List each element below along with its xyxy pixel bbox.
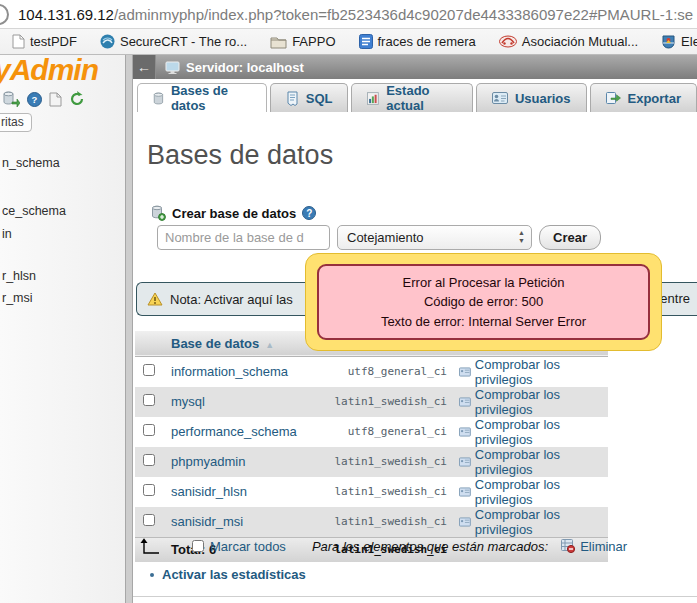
tab-exportar[interactable]: Exportar <box>590 83 697 112</box>
delete-icon <box>561 539 575 553</box>
table-row: mysql latin1_swedish_ci Comprobar los pr… <box>135 387 608 417</box>
mark-all-control[interactable]: Marcar todos <box>192 539 286 554</box>
table-row: sanisidr_msi latin1_swedish_ci Comprobar… <box>135 507 608 538</box>
collation-cell: utf8_general_ci <box>313 356 453 387</box>
error-popup-message: Error al Procesar la Petición Código de … <box>317 264 650 340</box>
sidebar-item-schema-1[interactable]: n_schema <box>2 156 60 170</box>
sidebar-item-msi[interactable]: r_msi <box>2 291 33 305</box>
db-name-input[interactable] <box>157 225 330 250</box>
error-popup: Error al Procesar la Petición Código de … <box>305 253 662 351</box>
row-checkbox[interactable] <box>143 514 155 526</box>
notice-text-right: entre <box>660 291 690 306</box>
create-button[interactable]: Crear <box>539 225 601 250</box>
check-privileges-link[interactable]: Comprobar los privilegios <box>459 357 608 387</box>
phpmyadmin-logo[interactable]: yAdmin <box>0 55 98 87</box>
table-row: information_schema utf8_general_ci Compr… <box>135 356 608 387</box>
db-link[interactable]: sanisidr_hlsn <box>171 484 247 499</box>
sidebar-item-schema-2[interactable]: ce_schema <box>2 204 66 218</box>
privileges-icon <box>459 427 471 437</box>
warning-icon <box>147 292 163 306</box>
sidebar-item-hlsn[interactable]: r_hlsn <box>2 269 36 283</box>
row-checkbox[interactable] <box>143 364 155 376</box>
server-breadcrumb[interactable]: Servidor: localhost <box>156 55 697 79</box>
bookmark-fraces[interactable]: fraces de remera <box>359 34 476 49</box>
shield-icon <box>661 34 676 49</box>
bookmark-asociacion[interactable]: Asociación Mutual... <box>499 34 638 49</box>
phpmyadmin-app: yAdmin ? ritas n_schema ce_schema in r_h… <box>0 55 697 603</box>
collation-cell: latin1_swedish_ci <box>313 447 453 477</box>
red-emblem-icon <box>499 35 517 48</box>
privileges-icon <box>459 367 471 377</box>
bookmarks-bar: testPDF SecureCRT - The ro... FAPPO frac… <box>0 29 697 55</box>
bulk-actions: Marcar todos Para los elementos que está… <box>139 537 627 555</box>
status-chart-icon <box>367 91 379 106</box>
table-row: phpmyadmin latin1_swedish_ci Comprobar l… <box>135 447 608 477</box>
tab-bases-de-datos[interactable]: Bases de datos <box>137 83 267 112</box>
db-link[interactable]: mysql <box>171 394 205 409</box>
bookmark-fappo[interactable]: FAPPO <box>270 34 335 49</box>
row-checkbox[interactable] <box>143 454 155 466</box>
select-arrows-icon: ▲▼ <box>518 229 525 246</box>
document-icon[interactable] <box>49 92 62 107</box>
create-db-heading: Crear base de datos ? <box>151 205 316 221</box>
sidebar-splitter[interactable] <box>125 55 133 603</box>
error-code: Código de error: 500 <box>319 292 648 311</box>
collation-cell: utf8_general_ci <box>313 417 453 447</box>
check-privileges-link[interactable]: Comprobar los privilegios <box>459 387 608 417</box>
table-row: performance_schema utf8_general_ci Compr… <box>135 417 608 447</box>
address-bar[interactable]: 104.131.69.12/adminmyphp/index.php?token… <box>0 0 697 29</box>
tab-bar: Bases de datos SQL Estado actual Usuario… <box>133 79 697 112</box>
bookmark-elecciones[interactable]: Elecciones N <box>661 34 697 49</box>
privileges-icon <box>459 397 471 407</box>
check-privileges-link[interactable]: Comprobar los privilegios <box>459 477 608 507</box>
privileges-icon <box>459 487 471 497</box>
notice-text-left: Nota: Activar aquí las <box>170 292 293 307</box>
db-link[interactable]: phpmyadmin <box>171 454 245 469</box>
tab-usuarios[interactable]: Usuarios <box>476 83 587 112</box>
error-text: Texto de error: Internal Server Error <box>319 312 648 331</box>
collation-cell: latin1_swedish_ci <box>313 507 453 538</box>
page-icon <box>12 34 25 49</box>
favorites-tab[interactable]: ritas <box>0 113 32 132</box>
tab-sql[interactable]: SQL <box>270 83 349 112</box>
row-checkbox[interactable] <box>143 424 155 436</box>
with-selected-arrow-icon <box>139 537 161 555</box>
bookmark-securecrt[interactable]: SecureCRT - The ro... <box>100 34 247 49</box>
sidebar-item-phpmyadmin[interactable]: in <box>2 227 12 241</box>
server-monitor-icon <box>165 61 180 74</box>
help-icon[interactable]: ? <box>27 92 42 107</box>
svg-text:?: ? <box>32 94 38 105</box>
row-checkbox[interactable] <box>143 484 155 496</box>
create-db-help-icon[interactable]: ? <box>302 206 316 220</box>
enable-statistics-link[interactable]: Activar las estadísticas <box>150 567 306 582</box>
delete-selected-link[interactable]: Eliminar <box>561 539 627 554</box>
create-db-form: Cotejamiento ▲▼ Crear <box>157 225 601 250</box>
securecrt-icon <box>100 34 115 49</box>
tab-estado-actual[interactable]: Estado actual <box>351 83 472 112</box>
back-button[interactable]: ← <box>133 55 156 79</box>
check-privileges-link[interactable]: Comprobar los privilegios <box>459 417 608 447</box>
row-checkbox[interactable] <box>143 394 155 406</box>
check-privileges-link[interactable]: Comprobar los privilegios <box>459 447 608 477</box>
bottom-divider <box>133 596 697 597</box>
home-db-icon[interactable] <box>2 91 20 107</box>
refresh-icon[interactable] <box>69 91 85 107</box>
privileges-icon <box>459 517 471 527</box>
page-title: Bases de datos <box>147 140 333 171</box>
error-title: Error al Procesar la Petición <box>319 273 648 292</box>
back-arrow-icon: ← <box>137 59 151 75</box>
db-link[interactable]: sanisidr_msi <box>171 514 243 529</box>
db-link[interactable]: information_schema <box>171 364 288 379</box>
screen: 104.131.69.12/adminmyphp/index.php?token… <box>0 0 697 603</box>
check-privileges-link[interactable]: Comprobar los privilegios <box>459 507 608 537</box>
server-bar: ← Servidor: localhost <box>133 55 697 79</box>
collation-select[interactable]: Cotejamiento ▲▼ <box>337 225 532 250</box>
navigation-sidebar: yAdmin ? ritas n_schema ce_schema in r_h… <box>0 55 125 603</box>
mark-all-checkbox[interactable] <box>192 540 204 552</box>
column-header-database[interactable]: Base de datos▲ <box>163 331 313 356</box>
db-link[interactable]: performance_schema <box>171 424 297 439</box>
create-db-icon <box>151 205 166 221</box>
bookmark-testpdf[interactable]: testPDF <box>12 34 77 49</box>
reload-icon[interactable] <box>0 4 9 25</box>
sort-asc-icon: ▲ <box>265 340 274 350</box>
